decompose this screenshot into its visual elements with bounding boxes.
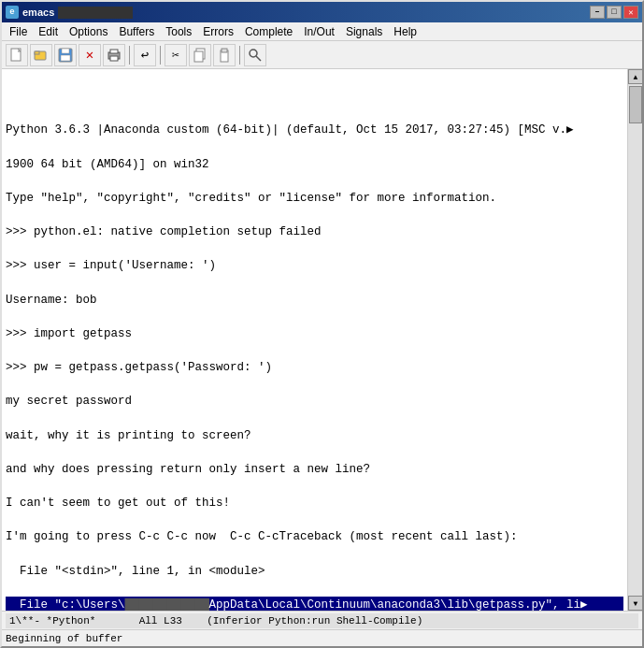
svg-rect-7	[110, 50, 118, 53]
terminal-line: >>> python.el: native completion setup f…	[6, 223, 623, 240]
terminal-line-highlighted: File "c:\Users\████████████AppData\Local…	[6, 597, 623, 611]
save-button[interactable]	[54, 44, 77, 66]
svg-point-13	[250, 50, 257, 57]
echo-area-text: Beginning of buffer	[6, 633, 122, 644]
toolbar-separator-3	[239, 46, 240, 65]
scroll-track[interactable]	[628, 84, 642, 596]
window-controls: – □ ✕	[590, 6, 638, 19]
menu-help[interactable]: Help	[388, 23, 422, 40]
terminal-content: Python 3.6.3 |Anaconda custom (64-bit)| …	[6, 105, 623, 611]
terminal-line: wait, why it is printing to screen?	[6, 427, 623, 444]
menu-tools[interactable]: Tools	[160, 23, 197, 40]
main-window: e emacs – □ ✕ File Edit Options Buffers …	[0, 0, 644, 648]
cut-button[interactable]: ✂	[165, 44, 187, 66]
menu-inout[interactable]: In/Out	[298, 23, 340, 40]
new-file-button[interactable]	[6, 44, 28, 66]
echo-area: Beginning of buffer	[2, 629, 642, 646]
copy-button[interactable]	[189, 44, 211, 66]
scroll-thumb[interactable]	[629, 86, 642, 123]
svg-rect-5	[61, 55, 70, 61]
terminal-line: >>> user = input('Username: ')	[6, 257, 623, 274]
svg-rect-12	[222, 49, 227, 52]
title-redacted	[58, 7, 133, 19]
terminal-line: I'm going to press C-c C-c now C-c C-cTr…	[6, 528, 623, 545]
title-text: emacs	[22, 7, 54, 18]
scrollbar[interactable]: ▲ ▼	[627, 69, 642, 611]
menu-options[interactable]: Options	[64, 23, 113, 40]
title-bar: e emacs – □ ✕	[2, 2, 642, 22]
menu-file[interactable]: File	[4, 23, 33, 40]
svg-rect-2	[35, 51, 39, 54]
terminal-line: I can't seem to get out of this!	[6, 495, 623, 511]
mode-line-right: (Inferior Python:run Shell-Compile)	[207, 615, 422, 626]
toolbar-separator-2	[160, 46, 161, 65]
menu-signals[interactable]: Signals	[340, 23, 388, 40]
svg-rect-10	[194, 51, 203, 62]
terminal-line: Username: bob	[6, 292, 623, 309]
toolbar: ✕ ↩ ✂	[2, 41, 642, 69]
mode-line: 1\**- *Python* All L33 (Inferior Python:…	[6, 613, 638, 628]
app-icon: e	[6, 6, 19, 19]
maximize-button[interactable]: □	[607, 6, 622, 19]
terminal-line: >>> import getpass	[6, 325, 623, 342]
terminal-line: and why does pressing return only insert…	[6, 461, 623, 478]
menu-bar: File Edit Options Buffers Tools Errors C…	[2, 22, 642, 41]
minimize-button[interactable]: –	[590, 6, 605, 19]
terminal-line: >>> pw = getpass.getpass('Password: ')	[6, 359, 623, 376]
terminal-line: Python 3.6.3 |Anaconda custom (64-bit)| …	[6, 122, 623, 138]
terminal-line: File "<stdin>", line 1, in <module>	[6, 563, 623, 580]
mode-line-left: 1\**- *Python*	[9, 615, 95, 626]
terminal-line: my secret password	[6, 393, 623, 410]
menu-buffers[interactable]: Buffers	[113, 23, 160, 40]
undo-button[interactable]: ↩	[134, 44, 156, 66]
content-area: Python 3.6.3 |Anaconda custom (64-bit)| …	[2, 69, 642, 611]
print-button[interactable]	[103, 44, 125, 66]
mode-line-center: All L33	[139, 615, 182, 626]
close-button[interactable]: ✕	[623, 6, 638, 19]
scroll-up-button[interactable]: ▲	[628, 69, 642, 84]
terminal-line: Type "help", "copyright", "credits" or "…	[6, 190, 623, 207]
status-bar: 1\**- *Python* All L33 (Inferior Python:…	[2, 611, 642, 629]
svg-rect-8	[110, 56, 118, 61]
menu-edit[interactable]: Edit	[33, 23, 64, 40]
toolbar-separator-1	[129, 46, 130, 65]
paste-button[interactable]	[213, 44, 236, 66]
svg-line-14	[256, 56, 261, 61]
scroll-down-button[interactable]: ▼	[628, 596, 642, 611]
terminal-pane[interactable]: Python 3.6.3 |Anaconda custom (64-bit)| …	[2, 69, 627, 611]
search-button[interactable]	[244, 44, 266, 66]
menu-errors[interactable]: Errors	[197, 23, 239, 40]
svg-rect-4	[62, 49, 69, 53]
terminal-line: 1900 64 bit (AMD64)] on win32	[6, 156, 623, 173]
menu-complete[interactable]: Complete	[239, 23, 298, 40]
title-bar-left: e emacs	[6, 6, 133, 19]
open-file-button[interactable]	[30, 44, 52, 66]
close-doc-button[interactable]: ✕	[79, 44, 101, 66]
